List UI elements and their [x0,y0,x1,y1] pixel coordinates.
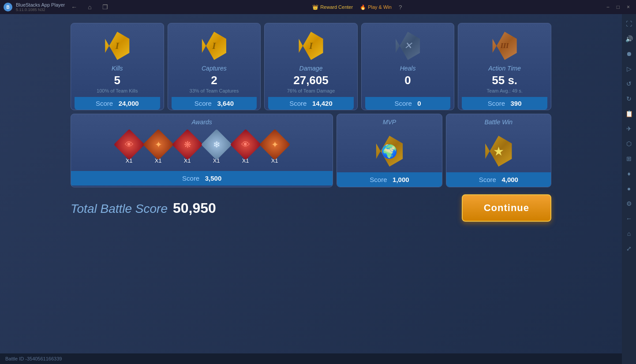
nav-back-button[interactable]: ← [68,3,80,11]
mvp-medal-container: 🌍 [372,134,407,169]
title-bar: B BlueStacks App Player 5.11.0.1085 N32 … [0,0,636,14]
kills-score-value: 24,000 [119,100,139,107]
award-item-5: 👁 X1 [235,134,257,164]
heals-score-bar: Score 0 [365,97,451,110]
nav-layers-button[interactable]: ❐ [100,3,111,11]
award-icon-4: ❄ [201,129,232,160]
sidebar-volume-icon[interactable]: 🔊 [623,33,635,45]
awards-score-bar: Score 3,500 [71,171,333,186]
stats-grid: I Kills 5 100% of Team Kills Score 24,00… [71,23,551,110]
captures-value: 2 [211,74,217,87]
battle-win-score-value: 4,000 [501,176,518,183]
action-time-medal: III [489,30,520,61]
awards-score-value: 3,500 [205,175,222,182]
awards-icons: 👁 X1 ✦ X1 ❋ X1 [71,130,333,167]
award-icon-3: ❋ [172,129,203,160]
action-time-card: III Action Time 55 s. Team Avg.: 49 s. S… [458,23,551,110]
total-score-label: Total Battle Score [71,202,168,216]
action-time-label: Action Time [488,65,521,72]
battle-win-score-bar: Score 4,000 [446,172,551,187]
mvp-score-value: 1,000 [393,176,409,183]
kills-score-bar: Score 24,000 [75,97,160,110]
action-time-score-label: Score [488,100,505,107]
total-score-section: Total Battle Score 50,950 [71,200,216,216]
nav-buttons: ← ⌂ ❐ [68,3,110,11]
minimize-button[interactable]: − [604,3,612,11]
maximize-button[interactable]: □ [614,3,622,11]
kills-label: Kills [112,65,123,72]
heals-sub [407,88,408,93]
mvp-card: MVP 🌍 Score 1,000 [337,114,442,187]
battle-win-medal-container: ★ [481,134,516,169]
sidebar-rotate-left-icon[interactable]: ↺ [623,78,635,90]
action-time-score-bar: Score 390 [462,97,547,110]
mvp-title: MVP [337,114,441,130]
sidebar-play-icon[interactable]: ▷ [623,63,635,75]
title-bar-center: 👑 Reward Center 🔥 Play & Win ? [312,4,402,11]
crown-icon: 👑 [312,4,318,10]
award-icon-5: 👁 [230,129,261,160]
sidebar-expand-icon[interactable]: ⛶ [623,18,635,30]
damage-value: 27,605 [293,74,329,87]
sidebar-clipboard-icon[interactable]: 📋 [623,108,635,120]
fire-icon: 🔥 [360,4,366,10]
heals-score-value: 0 [417,100,421,107]
sidebar-grid-icon[interactable]: ⊞ [623,152,635,165]
action-time-score-value: 390 [511,100,522,107]
sidebar-back-icon[interactable]: ← [623,212,635,225]
sidebar-hex-icon[interactable]: ⬡ [623,137,635,150]
heals-value: 0 [404,74,411,87]
damage-medal-icon: I [297,32,325,60]
award-icon-2: ✦ [142,129,174,160]
action-time-sub: Team Avg.: 49 s. [487,88,523,93]
captures-medal-icon: I [200,32,228,60]
kills-sub: 100% of Team Kills [97,88,138,93]
award-item-4: ❄ X1 [206,134,228,164]
total-score-value: 50,950 [173,200,216,216]
captures-score-bar: Score 3,640 [172,97,257,110]
heals-card: ✕ Heals 0 Score 0 [361,23,455,110]
sidebar-record-icon[interactable]: ⏺ [623,48,635,60]
battle-win-score-label: Score [479,176,496,183]
damage-sub: 76% of Team Damage [287,88,335,93]
award-icon-1: 👁 [113,129,145,160]
continue-button[interactable]: Continue [462,194,551,222]
title-bar-left: B BlueStacks App Player 5.11.0.1085 N32 … [4,2,111,12]
sidebar-circle-icon[interactable]: ● [623,182,635,195]
award-item-2: ✦ X1 [147,134,169,164]
window-controls: − □ × [604,3,632,11]
damage-score-bar: Score 14,420 [268,97,354,110]
sidebar-resize-icon[interactable]: ⤢ [623,242,635,255]
reward-center-button[interactable]: 👑 Reward Center [312,4,353,10]
play-win-button[interactable]: 🔥 Play & Win [360,4,392,10]
bottom-bar: Battle ID -3540561166339 [0,353,622,364]
close-button[interactable]: × [624,3,632,11]
sidebar-airplane-icon[interactable]: ✈ [623,123,635,135]
app-name: BlueStacks App Player [16,2,65,7]
damage-card: I Damage 27,605 76% of Team Damage Score… [264,23,358,110]
total-score-row: Total Battle Score 50,950 Continue [71,194,551,222]
bottom-section: Awards 👁 X1 ✦ X1 [71,114,551,187]
mvp-medal-icon: 🌍 [374,136,405,167]
right-sidebar: ⛶ 🔊 ⏺ ▷ ↺ ↻ 📋 ✈ ⬡ ⊞ ♦ ● ⚙ ← ⌂ ⤢ [622,14,636,364]
award-item-6: ✦ X1 [264,134,286,164]
award-item-3: ❋ X1 [176,134,198,164]
awards-card: Awards 👁 X1 ✦ X1 [71,114,333,187]
battle-win-medal-icon: ★ [483,136,514,167]
sidebar-settings-icon[interactable]: ⚙ [623,197,635,210]
sidebar-rotate-right-icon[interactable]: ↻ [623,93,635,105]
kills-medal-icon: I [103,32,131,60]
kills-card: I Kills 5 100% of Team Kills Score 24,00… [71,23,164,110]
mvp-score-bar: Score 1,000 [337,172,441,187]
captures-score-value: 3,640 [217,100,234,107]
captures-card: I Captures 2 33% of Team Captures Score … [168,23,261,110]
nav-home-button[interactable]: ⌂ [85,3,94,11]
help-button[interactable]: ? [399,4,402,11]
sidebar-home-icon[interactable]: ⌂ [623,227,635,240]
captures-score-label: Score [195,100,212,107]
captures-sub: 33% of Team Captures [190,88,239,93]
battle-win-title: Battle Win [446,114,551,130]
battle-win-card: Battle Win ★ Score 4,000 [446,114,551,187]
awards-score-label: Score [182,175,199,182]
sidebar-diamond-icon[interactable]: ♦ [623,167,635,180]
